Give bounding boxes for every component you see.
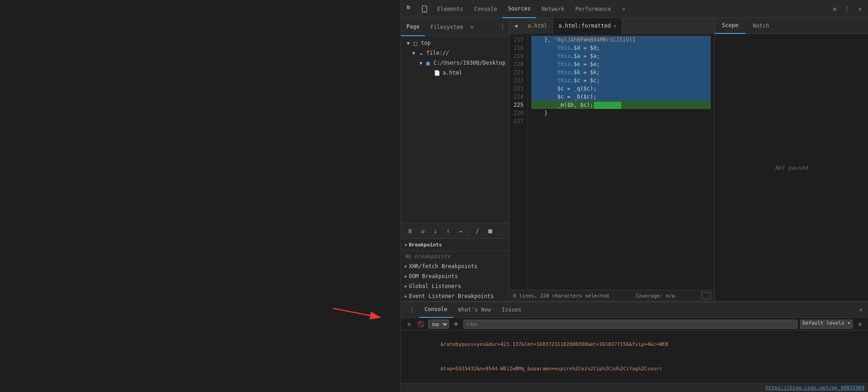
- tab-elements[interactable]: Elements: [432, 0, 469, 18]
- file-tree: ▼ □ top ▼ ☁ file:// ▼ ■ C:/Users/193: [401, 36, 509, 223]
- code-line-224: $c = _b($c);: [531, 93, 711, 101]
- line-num-221: 221: [509, 68, 527, 76]
- console-panel: ⋮ Console What's New Issues ✕: [401, 302, 868, 392]
- code-line-221: this.$k = $k;: [531, 68, 711, 76]
- inspect-icon[interactable]: [403, 0, 417, 18]
- step-button[interactable]: →: [455, 226, 466, 236]
- code-line-217: }, "0glJAhBFWmB84MBriCJIiVlI: [531, 36, 711, 44]
- coverage-toggle[interactable]: [702, 292, 711, 299]
- tab-whats-new[interactable]: What's New: [453, 302, 496, 318]
- close-console-button[interactable]: ✕: [855, 304, 866, 315]
- console-footer: https://blog.csdn.net/qq_40832960: [401, 383, 868, 392]
- tab-page[interactable]: Page: [401, 18, 425, 36]
- console-line-1: &ratebypass=yes&dur=423.137&lmt=16037231…: [405, 332, 864, 357]
- code-line-222: this.$c = $c;: [531, 76, 711, 85]
- toolbar-separator: [469, 227, 469, 235]
- line-num-226: 226: [509, 109, 527, 117]
- tab-console[interactable]: Console: [469, 0, 503, 18]
- tab-console-bottom[interactable]: Console: [419, 302, 453, 318]
- stop-button[interactable]: ⏹: [485, 226, 495, 236]
- line-num-224: 224: [509, 93, 527, 101]
- not-paused-text: Not paused: [715, 34, 868, 301]
- code-line-220: this.$e = $e;: [531, 60, 711, 68]
- line-num-222: 222: [509, 76, 527, 85]
- console-tabs-bar: ⋮ Console What's New Issues ✕: [401, 302, 868, 318]
- global-listeners-item[interactable]: ▶ Global Listeners: [401, 281, 509, 291]
- context-selector[interactable]: top: [428, 320, 449, 329]
- tab-watch[interactable]: Watch: [745, 18, 776, 34]
- step-into-button[interactable]: ↓: [430, 226, 441, 236]
- tab-network[interactable]: Network: [536, 0, 570, 18]
- folder-icon: □: [412, 39, 419, 47]
- dom-breakpoints-item[interactable]: ▶ DOM Breakpoints: [401, 271, 509, 281]
- code-tab-ahtml[interactable]: a.html: [522, 18, 553, 34]
- line-num-223: 223: [509, 85, 527, 93]
- chevron-down-icon-desktop: ▼: [417, 59, 425, 66]
- tree-item-top[interactable]: ▼ □ top: [401, 38, 509, 48]
- line-num-219: 219: [509, 52, 527, 60]
- browser-page-content: [0, 0, 401, 392]
- tree-item-desktop[interactable]: ▼ ■ C:/Users/19308/Desktop: [401, 58, 509, 68]
- tree-item-ahtml[interactable]: ▶ 📄 a.html: [401, 68, 509, 78]
- line-numbers: 217 218 219 220 221 222 223 224 225 226 …: [509, 34, 528, 290]
- sources-panel: Page Filesystem » ⋮: [401, 18, 868, 392]
- step-over-button[interactable]: ↺: [417, 226, 428, 236]
- nav-back-icon[interactable]: ◀: [509, 18, 522, 34]
- code-line-225: _m($b, $c);: [531, 101, 711, 109]
- svg-point-5: [424, 11, 425, 12]
- file-tree-tabs: Page Filesystem » ⋮: [401, 18, 509, 36]
- console-settings-icon[interactable]: ⚙: [855, 320, 864, 329]
- no-breakpoints-text: No breakpoints: [401, 251, 509, 261]
- cloud-icon: ☁: [417, 49, 425, 57]
- more-tabs-icon[interactable]: »: [468, 24, 475, 30]
- log-levels-selector[interactable]: Default levels ▾: [800, 320, 853, 329]
- block-requests-button[interactable]: 🚫: [416, 320, 425, 329]
- console-filter-input[interactable]: [463, 320, 797, 329]
- close-tab-icon[interactable]: ✕: [613, 24, 616, 28]
- chevron-right-icon-el: ▶: [405, 294, 407, 298]
- event-listener-breakpoints-item[interactable]: ▶ Event Listener Breakpoints: [401, 291, 509, 301]
- console-line-2: &txp=5535432&n=9544-WEiIwBMq_&sparams=ex…: [405, 357, 864, 381]
- console-toolbar: ⊘ 🚫 top 👁 Default levels ▾ ⚙: [401, 318, 868, 331]
- settings-icon[interactable]: ⚙: [828, 3, 841, 15]
- devtools-tab-bar: Elements Console Sources Network Perform…: [401, 0, 868, 18]
- line-num-227: 227: [509, 117, 527, 125]
- device-icon[interactable]: [417, 0, 432, 18]
- scope-tabs-bar: Scope Watch: [715, 18, 868, 34]
- left-column: Page Filesystem » ⋮: [401, 18, 509, 301]
- line-num-225: 225: [509, 101, 527, 109]
- tree-item-file[interactable]: ▼ ☁ file://: [401, 48, 509, 58]
- tab-scope[interactable]: Scope: [715, 18, 745, 34]
- code-content[interactable]: }, "0glJAhBFWmB84MBriCJIiVlI this.$d = $…: [528, 34, 714, 290]
- console-content: &ratebypass=yes&dur=423.137&lmt=16037231…: [401, 331, 868, 383]
- tab-issues[interactable]: Issues: [496, 302, 527, 318]
- chevron-down-icon-bp: ▼: [405, 243, 407, 247]
- console-more-icon[interactable]: ⋮: [405, 301, 419, 319]
- breakpoints-header[interactable]: ▼ Breakpoints: [401, 239, 509, 251]
- tab-more[interactable]: »: [617, 0, 631, 18]
- folder-blue-icon: ■: [425, 59, 432, 66]
- pause-button[interactable]: ⏸: [405, 226, 415, 236]
- code-tab-formatted[interactable]: a.html:formatted ✕: [553, 18, 622, 34]
- tab-sources[interactable]: Sources: [502, 0, 536, 18]
- deactivate-button[interactable]: /: [472, 226, 483, 236]
- code-line-227: [531, 117, 711, 125]
- tab-performance[interactable]: Performance: [570, 0, 617, 18]
- line-num-217: 217: [509, 36, 527, 44]
- eye-icon[interactable]: 👁: [452, 320, 461, 329]
- chevron-down-icon-file: ▼: [410, 49, 417, 57]
- chevron-right-icon: ▶: [405, 264, 407, 269]
- sidebar-menu-icon[interactable]: ⋮: [496, 24, 509, 30]
- close-devtools-button[interactable]: ✕: [854, 3, 866, 15]
- clear-console-button[interactable]: ⊘: [405, 320, 414, 329]
- chevron-right-icon-gl: ▶: [405, 284, 407, 288]
- svg-line-1: [333, 308, 380, 317]
- footer-url[interactable]: https://blog.csdn.net/qq_40832960: [765, 385, 864, 391]
- devtools-panel: Elements Console Sources Network Perform…: [401, 0, 868, 392]
- code-tabs-bar: ◀ a.html a.html:formatted ✕: [509, 18, 714, 34]
- line-num-218: 218: [509, 44, 527, 52]
- tab-filesystem[interactable]: Filesystem: [425, 18, 468, 36]
- xhr-breakpoints-item[interactable]: ▶ XHR/fetch Breakpoints: [401, 261, 509, 271]
- more-options-icon[interactable]: ⋮: [841, 3, 854, 15]
- step-out-button[interactable]: ↑: [443, 226, 453, 236]
